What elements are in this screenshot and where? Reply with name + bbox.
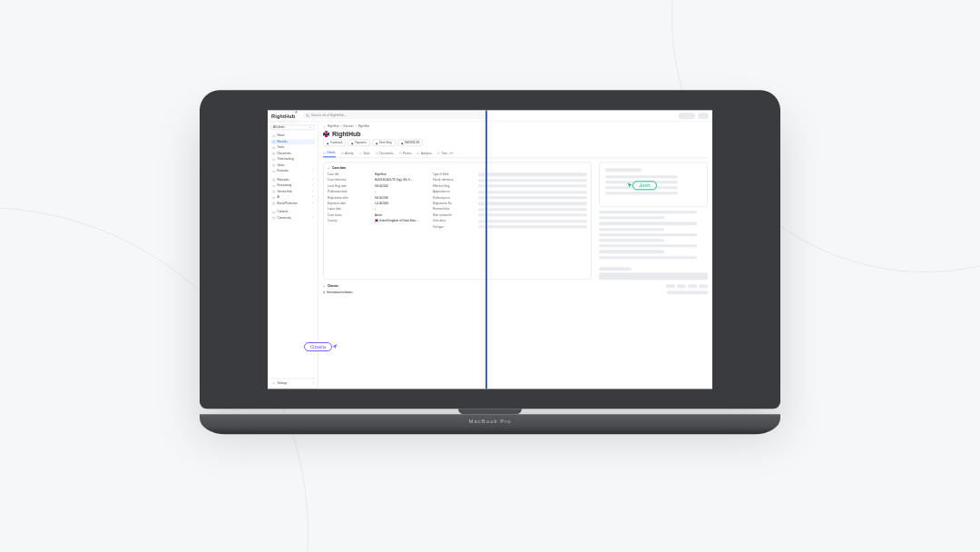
svg-rect-11: [273, 191, 275, 192]
field-value: Active: [375, 213, 429, 217]
sidebar-item-home[interactable]: Home: [270, 133, 315, 139]
field-label: Lapse date: [328, 208, 371, 212]
field-value: M-00130-NUUTO (fig), GB, K...: [375, 179, 429, 182]
tab-documents[interactable]: Documents: [376, 149, 394, 157]
svg-rect-6: [273, 158, 275, 160]
case-data-card: ⌄ Case data Case titleRightHubType of Wo…: [323, 162, 592, 280]
field-value: 12/18/2043: [375, 202, 429, 205]
field-label: Publication date: [328, 191, 371, 194]
page-title: RightHub: [332, 131, 361, 137]
sidebar-item-settings[interactable]: Settings ›: [270, 380, 315, 387]
breadcrumb: RightHub› Records› RightHub: [323, 124, 708, 128]
svg-rect-19: [359, 153, 361, 154]
svg-line-1: [309, 116, 309, 117]
svg-rect-21: [399, 153, 401, 154]
svg-rect-22: [417, 153, 419, 154]
search-icon: [306, 113, 309, 117]
main-content: RightHub› Records› RightHub RightHub ◆Tr…: [318, 122, 712, 389]
field-label: Expiration date: [328, 202, 371, 205]
field-label: Registration No: [433, 202, 475, 205]
svg-rect-4: [273, 146, 275, 148]
svg-rect-5: [273, 153, 275, 154]
gear-icon: [272, 381, 276, 385]
field-value: -: [375, 191, 429, 194]
svg-rect-7: [273, 164, 275, 166]
field-value: -: [375, 208, 429, 212]
tab-time[interactable]: Time23: [437, 149, 454, 157]
back-icon[interactable]: [323, 125, 326, 128]
tab-activity[interactable]: Activity: [341, 149, 354, 157]
chip-tm00031-gb[interactable]: ◆TM00031-GB: [397, 139, 424, 146]
tab-parties[interactable]: Parties: [399, 149, 412, 157]
field-value: United Kingdom of Great Brita...: [375, 219, 429, 222]
tab-details[interactable]: Details: [323, 149, 336, 157]
field-label: Local filing date: [328, 184, 371, 188]
brand-logo: RightHub®: [271, 113, 298, 119]
chip-trademark[interactable]: ◆Trademark: [323, 139, 346, 146]
topbar: RightHub® Search all of RightHub...: [268, 110, 712, 122]
field-label: Case status: [328, 213, 371, 217]
svg-rect-14: [273, 211, 275, 212]
global-search-input[interactable]: Search all of RightHub...: [303, 112, 488, 119]
field-label: Next renewal fe: [433, 213, 475, 217]
collab-cursor-gisela: Gisela: [304, 342, 338, 351]
svg-rect-13: [273, 202, 275, 204]
link-icon: ⚲: [323, 291, 325, 294]
sidebar-item-ai[interactable]: AI›: [270, 194, 315, 201]
svg-rect-12: [273, 196, 275, 198]
svg-point-0: [306, 114, 309, 117]
field-label: Registration date: [328, 196, 371, 200]
collab-cursor-josh: Josh: [626, 181, 657, 190]
svg-rect-23: [437, 153, 439, 154]
chip-figurative[interactable]: ◆Figurative: [348, 139, 369, 146]
chevron-down-icon: ⌄: [309, 125, 312, 129]
tab-analytics[interactable]: Analytics: [416, 149, 432, 157]
sidebar-item-tasks[interactable]: Tasks: [270, 144, 315, 151]
chevron-down-icon[interactable]: ⌄: [323, 284, 326, 288]
chip-direct-filing[interactable]: ◆Direct filing: [372, 139, 396, 146]
svg-rect-18: [341, 153, 343, 154]
field-label: Sub status: [433, 220, 475, 223]
svg-rect-2: [273, 134, 275, 136]
laptop-mockup: RightHub® Search all of RightHub...: [200, 90, 780, 434]
sidebar-item-time-tracking[interactable]: Time-tracking: [270, 156, 315, 163]
svg-rect-20: [376, 153, 377, 154]
field-label: Family reference: [433, 179, 475, 182]
field-label: Sub type: [433, 225, 475, 229]
svg-rect-3: [273, 141, 275, 143]
field-label: Case reference: [328, 179, 371, 182]
field-value: RightHub: [375, 172, 429, 176]
uk-flag-icon: [323, 131, 329, 137]
svg-rect-8: [273, 170, 275, 172]
field-value: 09/13/2005: [375, 184, 429, 188]
svg-rect-15: [273, 217, 275, 219]
sidebar-item-forecasting[interactable]: Forecasting›: [270, 182, 315, 189]
field-label: Application no: [433, 191, 475, 194]
field-value: 09/13/2005: [375, 196, 429, 200]
field-label: Case title: [328, 172, 371, 176]
field-label: Country: [328, 220, 371, 223]
divider-line: [485, 110, 487, 389]
sidebar-item-contacts[interactable]: Contacts: [270, 209, 315, 215]
tab-tasks[interactable]: Tasks: [359, 149, 370, 157]
svg-rect-10: [273, 184, 275, 186]
field-label: Type of Work: [433, 172, 475, 176]
device-label: MacBook Pro: [200, 414, 780, 434]
chevron-right-icon: ›: [312, 381, 313, 385]
chevron-down-icon[interactable]: ⌄: [328, 166, 330, 170]
svg-point-16: [273, 383, 274, 384]
field-label: Effective filing: [433, 184, 475, 188]
svg-rect-9: [273, 179, 275, 181]
svg-rect-17: [324, 152, 326, 153]
field-label: Renewal date: [433, 208, 475, 212]
field-label: Publication no: [433, 196, 475, 200]
client-selector[interactable]: All clients ⌄: [270, 124, 315, 130]
